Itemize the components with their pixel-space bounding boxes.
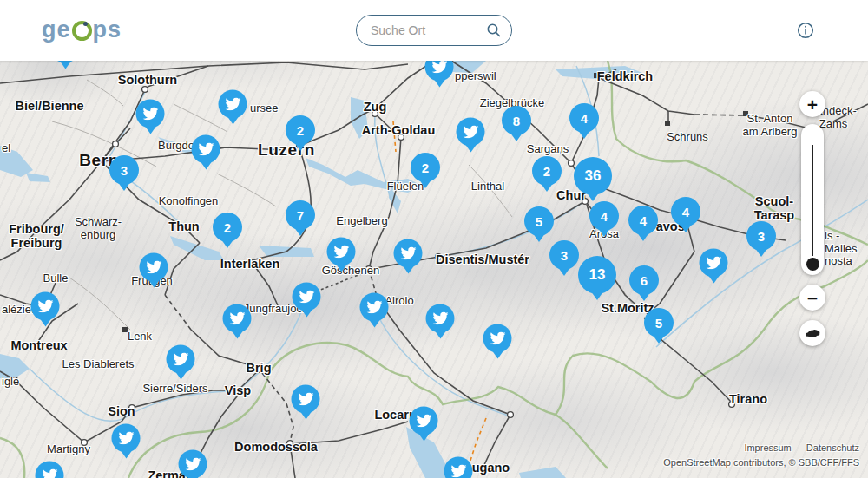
twitter-bird-icon [225,98,240,111]
zoom-out-glyph: − [807,289,818,307]
zoom-out-button[interactable]: − [799,285,825,311]
tweet-marker[interactable] [426,304,455,333]
tweet-marker[interactable] [167,345,195,374]
map-place-label: Scuol- Tarasp [754,194,794,222]
map-place-label: Bulle [43,272,69,285]
cluster-marker[interactable]: 6 [629,265,659,295]
map-place-label: Domodossola [234,440,318,454]
tweet-marker[interactable] [192,135,220,164]
cluster-marker[interactable]: 3 [549,240,579,270]
map-place-label: ls - Malles nosta [825,230,868,268]
datenschutz-link[interactable]: Datenschutz [806,442,859,453]
twitter-bird-icon [42,469,57,478]
cluster-count: 4 [581,111,588,126]
map[interactable]: SolothurnBiel/BienneBernLuzernZugArth-Go… [0,0,868,478]
cluster-marker[interactable]: 3 [109,155,139,185]
zoom-slider[interactable] [801,124,824,275]
cluster-marker[interactable]: 36 [574,157,612,195]
cluster-count: 5 [655,316,662,331]
map-place-label: Zug [364,100,387,114]
tweet-marker[interactable] [31,292,60,321]
map-place-label: Engelberg [336,215,387,228]
map-place-label: Schruns [667,131,708,144]
cluster-marker[interactable]: 2 [411,153,440,182]
logo-ring-icon [72,21,92,41]
twitter-bird-icon [185,458,201,471]
search-icon[interactable] [486,23,502,38]
cluster-marker[interactable]: 5 [524,206,554,236]
cluster-marker[interactable]: 2 [213,213,242,242]
tweet-marker[interactable] [292,385,320,414]
map-place-label: St.Moritz [601,301,654,315]
twitter-bird-icon [118,432,134,445]
impressum-link[interactable]: Impressum [744,442,791,453]
tweet-marker[interactable] [360,293,389,322]
map-place-label: Lenk [128,331,152,344]
map-place-label: Interlaken [220,257,280,271]
twitter-map-app: SolothurnBiel/BienneBernLuzernZugArth-Go… [0,0,868,478]
switzerland-icon [805,328,821,339]
map-place-label: Sion [108,404,135,418]
app-header: geps [0,0,868,61]
twitter-bird-icon [198,143,214,156]
tweet-marker[interactable] [457,118,485,147]
twitter-bird-icon [173,353,188,366]
cluster-marker[interactable]: 3 [746,221,776,251]
zoom-in-button[interactable]: + [799,91,825,117]
map-place-label: Konolfingen [159,195,219,208]
tweet-marker[interactable] [219,90,247,119]
cluster-marker[interactable]: 2 [532,156,562,186]
cluster-marker[interactable]: 4 [589,201,619,231]
cluster-marker[interactable]: 8 [502,106,531,135]
fit-switzerland-button[interactable] [799,320,825,346]
zoom-slider-handle[interactable] [806,258,819,271]
cluster-marker[interactable]: 2 [286,115,315,145]
tweet-marker[interactable] [179,450,207,478]
twitter-bird-icon [37,300,53,313]
cluster-marker[interactable]: 4 [569,103,599,133]
cluster-count: 2 [422,160,429,175]
info-icon[interactable] [797,22,814,39]
zoom-in-glyph: + [807,95,818,114]
cluster-count: 6 [641,273,648,288]
map-place-label: igle [2,376,19,389]
cluster-count: 3 [758,229,765,244]
cluster-count: 5 [536,214,542,229]
cluster-count: 2 [224,220,231,235]
tweet-marker[interactable] [483,324,512,353]
map-place-label: Linthal [471,180,504,193]
cluster-marker[interactable]: 7 [286,200,315,230]
tweet-marker[interactable] [223,304,252,333]
tweet-marker[interactable] [140,253,168,282]
tweet-marker[interactable] [136,100,165,128]
map-place-label: Brig [247,361,272,375]
cluster-marker[interactable]: 4 [671,197,700,226]
map-place-label: Sierre/Siders [142,383,207,396]
map-place-label: Schwarz- enburg [75,216,122,241]
cluster-count: 3 [121,163,128,178]
tweet-marker[interactable] [293,283,321,311]
map-place-label: Thun [168,219,199,233]
geops-logo: geps [42,18,122,42]
cluster-marker[interactable]: 13 [578,256,616,294]
tweet-marker[interactable] [700,249,728,278]
map-place-label: ursee [250,102,279,115]
cluster-count: 4 [640,213,647,228]
tweet-marker[interactable] [112,424,141,453]
cluster-marker[interactable]: 5 [644,308,674,337]
map-place-label: Les Diablerets [62,358,134,371]
map-place-label: Montreux [10,338,67,352]
twitter-bird-icon [450,465,466,478]
tweet-marker[interactable] [394,239,423,268]
logo-text-right: ps [93,18,122,42]
map-place-label: Sargans [527,143,569,156]
map-place-label: St. Anton am Arlberg [743,113,798,138]
cluster-count: 3 [561,248,568,263]
tweet-marker[interactable] [327,238,356,266]
twitter-bird-icon [490,332,505,345]
tweet-marker[interactable] [410,407,438,435]
map-place-label: pperswil [455,70,496,83]
map-place-label: Visp [225,383,251,397]
twitter-bird-icon [432,312,448,325]
cluster-marker[interactable]: 4 [628,206,658,235]
